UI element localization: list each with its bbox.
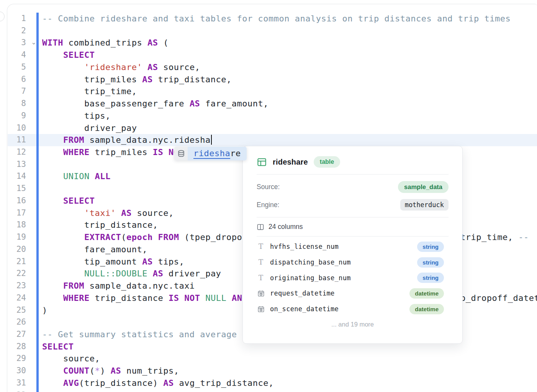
code-line[interactable]: 3 WITH combined_trips AS ( ⌄ [8, 37, 537, 49]
engine-value-badge: motherduck [400, 199, 449, 211]
code-text: trip_distance, [42, 219, 158, 231]
code-line[interactable]: 2 [8, 25, 537, 37]
calendar-clock-icon [257, 290, 265, 297]
line-number: 5 [8, 61, 26, 74]
code-text: EXTRACT(epoch FROM (tpep_dropo [42, 231, 242, 243]
line-number: 21 [8, 256, 26, 268]
code-line[interactable]: 9 tips, [8, 110, 537, 122]
table-type-badge: table [314, 156, 340, 168]
code-text: 'rideshare' AS source, [42, 61, 200, 74]
table-info-header: rideshare table [243, 146, 462, 174]
columns-count-text: 24 columns [268, 223, 303, 231]
code-line[interactable]: 7 trip_time, [8, 85, 537, 98]
engine-row: Engine: motherduck [243, 196, 462, 214]
line-number: 3 [8, 37, 26, 49]
line-number: 26 [8, 316, 26, 328]
code-text: tip_amount AS tips, [42, 256, 184, 268]
line-number: 22 [8, 268, 26, 280]
line-number: 31 [8, 377, 26, 389]
database-icon [174, 147, 188, 160]
code-text: SELECT [42, 49, 95, 61]
line-number: 1 [8, 13, 26, 25]
line-number: 30 [8, 365, 26, 377]
code-text: tips, [42, 110, 111, 122]
text-type-icon: T [257, 243, 265, 250]
autocomplete-rest-text: re [230, 149, 241, 158]
code-text: WHERE trip_miles IS NOT [42, 146, 184, 158]
line-number: 23 [8, 280, 26, 292]
line-number: 7 [8, 85, 26, 98]
autocomplete-popup: rideshare [174, 147, 247, 160]
code-text: SELECT [42, 195, 95, 207]
code-text: WHERE trip_distance IS NOT NULL AND [42, 292, 247, 304]
line-number: 29 [8, 353, 26, 365]
more-columns-text: ... and 19 more [243, 317, 462, 328]
code-text: FROM sample_data.nyc.ridesha [42, 134, 212, 146]
column-name: originating_base_num [270, 274, 351, 282]
code-line[interactable]: 4 SELECT [8, 49, 537, 61]
line-number: 19 [8, 231, 26, 243]
column-name: on_scene_datetime [270, 305, 339, 313]
line-number: 25 [8, 304, 26, 317]
line-number: 4 [8, 49, 26, 61]
table-info-card: rideshare table Source: sample_data Engi… [242, 146, 463, 344]
code-text: driver_pay [42, 122, 137, 134]
code-line[interactable]: 30 COUNT(*) AS num_trips, [8, 365, 537, 377]
gutter-accent-bar [36, 13, 39, 392]
columns-icon [257, 223, 264, 231]
line-number: 17 [8, 207, 26, 219]
code-line[interactable]: 8 base_passenger_fare AS fare_amount, [8, 98, 537, 110]
autocomplete-match-text: ridesha [193, 149, 230, 159]
line-number: 8 [8, 98, 26, 110]
line-number: 24 [8, 292, 26, 304]
code-text: -- Get summary statistics and average t [42, 328, 247, 341]
text-cursor [211, 135, 212, 145]
column-name: dispatching_base_num [270, 258, 351, 266]
code-line[interactable]: 29 source, [8, 353, 537, 365]
column-type-badge: datetime [409, 288, 444, 299]
table-icon [257, 157, 267, 167]
sql-editor-screen: 1 -- Combine rideshare and taxi tables f… [0, 0, 537, 392]
column-item: T hvfhs_license_num string [243, 239, 462, 255]
engine-label: Engine: [257, 201, 279, 209]
line-number: 27 [8, 328, 26, 341]
code-text: base_passenger_fare AS fare_amount, [42, 98, 268, 110]
code-line[interactable]: 10 driver_pay [8, 122, 537, 134]
code-text: FROM sample_data.nyc.taxi [42, 280, 195, 292]
panel-collapse-handle[interactable] [0, 11, 5, 21]
line-number: 28 [8, 341, 26, 353]
code-line[interactable]: 31 AVG(trip_distance) AS avg_trip_distan… [8, 377, 537, 389]
code-line[interactable]: 11 FROM sample_data.nyc.ridesha [8, 134, 537, 146]
code-text: AVG(trip_time) AS avg_trip_time, [42, 389, 232, 392]
line-number: 6 [8, 74, 26, 86]
code-text: AVG(trip_distance) AS avg_trip_distance, [42, 377, 274, 389]
code-text: SELECT [42, 341, 74, 353]
code-line[interactable]: 5 'rideshare' AS source, [8, 61, 537, 74]
line-number: 13 [8, 158, 26, 171]
autocomplete-item-rideshare[interactable]: rideshare [188, 147, 247, 160]
code-line[interactable]: 6 trip_miles AS trip_distance, [8, 74, 537, 86]
column-name: request_datetime [270, 289, 335, 297]
code-text-tail: trip_time, -- [460, 231, 529, 243]
text-type-icon: T [257, 259, 265, 266]
line-number: 15 [8, 183, 26, 195]
line-number: 11 [8, 134, 26, 146]
text-type-icon: T [257, 274, 265, 281]
line-number: 20 [8, 243, 26, 256]
column-type-badge: string [417, 257, 444, 268]
line-number: 16 [8, 195, 26, 207]
divider [257, 174, 449, 175]
code-text: fare_amount, [42, 243, 147, 256]
column-type-badge: string [417, 242, 444, 252]
column-name: hvfhs_license_num [270, 243, 339, 250]
column-item: T originating_base_num string [243, 270, 462, 286]
code-text: -- Combine rideshare and taxi tables for… [42, 13, 511, 25]
line-number: 18 [8, 219, 26, 231]
source-row: Source: sample_data [243, 178, 462, 196]
calendar-clock-icon [257, 305, 265, 313]
line-number: 32 [8, 389, 26, 392]
code-text: ) [42, 304, 47, 317]
column-type-badge: datetime [409, 304, 444, 314]
code-line[interactable]: 1 -- Combine rideshare and taxi tables f… [8, 13, 537, 25]
code-line[interactable]: 32 AVG(trip_time) AS avg_trip_time, [8, 389, 537, 392]
